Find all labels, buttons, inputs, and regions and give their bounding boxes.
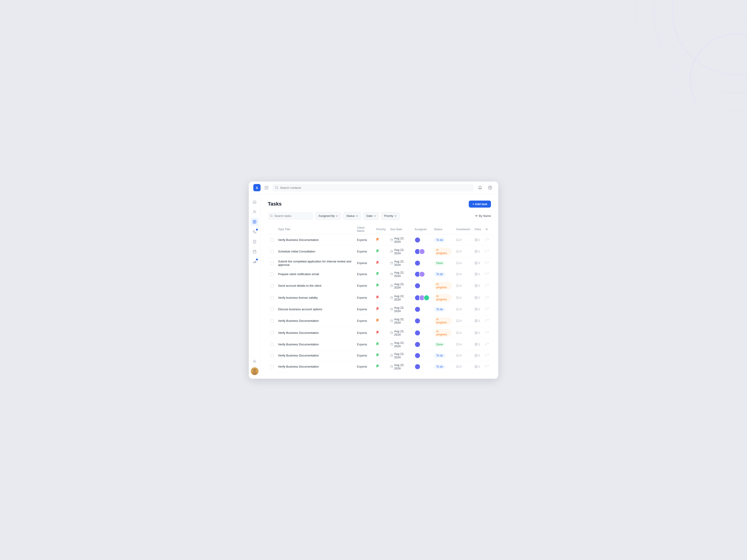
task-checkbox[interactable] xyxy=(270,272,274,276)
files-cell: 3 xyxy=(475,238,481,242)
add-task-button[interactable]: + Add task xyxy=(469,201,491,208)
user-avatar[interactable] xyxy=(251,367,259,375)
file-icon xyxy=(475,284,478,287)
row-actions[interactable] xyxy=(486,331,489,335)
task-checkbox[interactable] xyxy=(270,296,274,299)
sidebar-item-contacts[interactable] xyxy=(251,208,259,216)
status-badge[interactable]: To do xyxy=(434,238,445,242)
sidebar-item-calendar[interactable] xyxy=(251,248,259,256)
logo-button[interactable]: S xyxy=(253,184,261,191)
task-checkbox[interactable] xyxy=(270,319,274,322)
task-checkbox[interactable] xyxy=(270,238,274,242)
status-filter[interactable]: Status xyxy=(343,212,361,220)
file-icon xyxy=(475,319,478,322)
task-checkbox[interactable] xyxy=(270,354,274,357)
assigned-by-filter[interactable]: Assigned By xyxy=(315,212,341,220)
row-actions[interactable] xyxy=(486,262,489,265)
assignee-avatar xyxy=(415,237,420,243)
row-actions[interactable] xyxy=(486,354,489,357)
svg-rect-72 xyxy=(390,308,393,310)
refresh-icon xyxy=(486,250,489,253)
status-badge[interactable]: In progress xyxy=(434,282,452,290)
status-badge[interactable]: To do xyxy=(434,272,445,276)
status-badge[interactable]: To do xyxy=(434,365,445,369)
comment-icon xyxy=(456,273,459,275)
top-actions xyxy=(476,184,494,191)
status-badge[interactable]: Done xyxy=(434,342,445,347)
assignee-avatar xyxy=(415,342,420,347)
svg-rect-36 xyxy=(390,239,393,241)
task-name-cell: Verify Business Documentation xyxy=(278,319,353,322)
add-column-button[interactable]: + xyxy=(486,227,488,231)
search-tasks-bar[interactable] xyxy=(268,212,313,220)
row-actions[interactable] xyxy=(486,284,489,287)
task-title: Verify Business Documentation xyxy=(278,238,319,242)
col-priority: Priority xyxy=(374,224,388,235)
status-badge[interactable]: To do xyxy=(434,353,445,358)
status-badge[interactable]: In progress xyxy=(434,248,452,256)
priority-filter[interactable]: Priority xyxy=(381,212,400,220)
sidebar-item-tasks[interactable] xyxy=(251,218,259,226)
task-title: Send account details to the client xyxy=(278,284,321,287)
comment-icon xyxy=(456,365,459,368)
sidebar-item-notes[interactable] xyxy=(251,238,259,246)
svg-rect-66 xyxy=(390,297,393,299)
row-actions[interactable] xyxy=(486,308,489,311)
row-actions[interactable] xyxy=(486,250,489,253)
svg-point-6 xyxy=(654,0,747,102)
sidebar-item-analytics[interactable] xyxy=(251,258,259,266)
task-checkbox[interactable] xyxy=(270,365,274,368)
row-actions[interactable] xyxy=(486,319,489,322)
row-actions[interactable] xyxy=(486,365,489,368)
refresh-icon xyxy=(486,343,489,346)
task-checkbox[interactable] xyxy=(270,250,274,253)
search-contacts-bar[interactable] xyxy=(273,184,474,191)
sidebar-item-home[interactable] xyxy=(251,198,259,206)
files-cell: 3 xyxy=(475,365,481,368)
table-row: Verify business license validity Experia… xyxy=(268,292,491,304)
svg-rect-100 xyxy=(457,354,459,356)
task-title: Schedule Initial Consultation xyxy=(278,250,315,253)
sidebar-item-settings[interactable] xyxy=(251,357,259,366)
status-badge[interactable]: To do xyxy=(434,307,445,312)
svg-rect-78 xyxy=(390,320,393,322)
content-area: Tasks + Add task Assigned By Status xyxy=(261,194,498,379)
assignee-cell xyxy=(415,249,430,255)
files-cell: 3 xyxy=(475,343,481,346)
status-badge[interactable]: In progress xyxy=(434,329,452,337)
svg-line-35 xyxy=(272,216,273,217)
file-icon xyxy=(475,343,478,346)
task-checkbox[interactable] xyxy=(270,284,274,287)
status-badge[interactable]: In progress xyxy=(434,294,452,302)
row-actions[interactable] xyxy=(486,238,489,242)
task-checkbox[interactable] xyxy=(270,261,274,265)
status-badge[interactable]: Done xyxy=(434,261,445,265)
sidebar-toggle-button[interactable] xyxy=(263,185,269,191)
row-actions[interactable] xyxy=(486,296,489,299)
row-actions[interactable] xyxy=(486,273,489,276)
help-button[interactable] xyxy=(486,184,494,191)
task-checkbox[interactable] xyxy=(270,343,274,346)
task-name-cell: Send account details to the client xyxy=(278,284,353,287)
status-badge[interactable]: In progress xyxy=(434,317,452,325)
task-checkbox[interactable] xyxy=(270,331,274,335)
svg-point-30 xyxy=(254,361,255,362)
sidebar-item-calls[interactable] xyxy=(251,228,259,236)
search-tasks-input[interactable] xyxy=(275,214,311,218)
date-filter[interactable]: Date xyxy=(363,212,379,220)
search-contacts-input[interactable] xyxy=(280,186,471,189)
task-checkbox[interactable] xyxy=(270,308,274,311)
calendar-icon xyxy=(390,284,393,287)
col-status: Status xyxy=(432,224,454,235)
due-date: Aug 22, 2024 xyxy=(390,363,410,370)
col-assignee: Assignee xyxy=(412,224,432,235)
refresh-icon xyxy=(486,273,489,276)
sort-button[interactable]: By Name xyxy=(475,214,491,218)
svg-rect-90 xyxy=(390,343,393,345)
notifications-button[interactable] xyxy=(476,184,484,191)
row-actions[interactable] xyxy=(486,343,489,346)
svg-rect-54 xyxy=(390,273,393,275)
files-cell: 3 xyxy=(475,284,481,287)
files-cell: 3 xyxy=(475,319,481,322)
calendar-icon xyxy=(390,354,393,357)
